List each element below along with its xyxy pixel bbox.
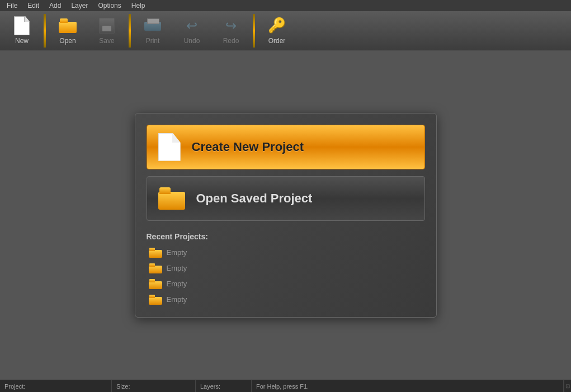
open-project-folder-icon — [158, 187, 185, 210]
open-saved-project-label: Open Saved Project — [196, 191, 313, 206]
toolbar-group-undo: ↩ Undo — [172, 11, 211, 50]
menu-help[interactable]: Help — [127, 1, 150, 11]
recent-folder-icon-3 — [149, 279, 162, 289]
recent-item-text-2: Empty — [167, 264, 187, 272]
toolbar-separator-2 — [129, 14, 131, 48]
order-label: Order — [268, 37, 286, 45]
undo-icon: ↩ — [183, 17, 201, 35]
resize-grip-icon: ⊡ — [565, 383, 570, 389]
recent-projects-list: Empty Empty Empty Empty — [147, 247, 425, 306]
print-button[interactable]: Print — [133, 11, 172, 50]
open-folder-icon — [59, 17, 77, 35]
save-icon — [98, 17, 116, 35]
save-button[interactable]: Save — [87, 11, 126, 50]
toolbar-separator-3 — [253, 14, 255, 48]
new-label: New — [15, 37, 29, 45]
open-saved-project-button[interactable]: Open Saved Project — [147, 176, 425, 221]
print-label: Print — [146, 37, 160, 45]
save-label: Save — [99, 37, 114, 45]
recent-folder-icon-1 — [149, 248, 162, 258]
redo-label: Redo — [223, 37, 239, 45]
recent-folder-icon-2 — [149, 263, 162, 273]
order-icon: 🔑 — [268, 17, 286, 35]
toolbar: New Open Save Print ↩ — [0, 11, 571, 50]
redo-icon: ↪ — [222, 17, 240, 35]
status-size-label: Size: — [116, 383, 130, 390]
new-icon — [13, 17, 31, 35]
status-help-text: For Help, press F1. — [256, 383, 309, 390]
print-icon — [144, 17, 162, 35]
status-size: Size: — [112, 380, 196, 392]
toolbar-group-open: Open — [48, 11, 87, 50]
recent-item-text-1: Empty — [167, 248, 187, 257]
recent-item-1[interactable]: Empty — [147, 247, 425, 259]
open-button[interactable]: Open — [48, 11, 87, 50]
open-label: Open — [59, 37, 75, 45]
welcome-dialog: Create New Project Open Saved Project Re… — [135, 113, 437, 318]
menu-add[interactable]: Add — [45, 1, 65, 11]
toolbar-group-save: Save — [87, 11, 126, 50]
menu-options[interactable]: Options — [93, 1, 125, 11]
recent-item-text-4: Empty — [167, 295, 187, 304]
menu-bar: File Edit Add Layer Options Help — [0, 0, 571, 11]
toolbar-group-redo: ↪ Redo — [211, 11, 251, 50]
status-project-label: Project: — [4, 383, 25, 390]
menu-layer[interactable]: Layer — [67, 1, 92, 11]
redo-button[interactable]: ↪ Redo — [211, 11, 251, 50]
new-project-doc-icon — [158, 133, 181, 161]
new-button[interactable]: New — [2, 11, 41, 50]
status-layers: Layers: — [196, 380, 252, 392]
main-content: Create New Project Open Saved Project Re… — [0, 50, 571, 380]
toolbar-separator-1 — [44, 14, 46, 48]
recent-item-text-3: Empty — [167, 280, 187, 288]
toolbar-group-new: New — [2, 11, 41, 50]
status-project: Project: — [0, 380, 112, 392]
create-new-project-label: Create New Project — [192, 140, 304, 154]
create-new-project-button[interactable]: Create New Project — [147, 125, 425, 169]
status-help: For Help, press F1. — [252, 380, 564, 392]
status-bar: Project: Size: Layers: For Help, press F… — [0, 380, 571, 392]
menu-edit[interactable]: Edit — [23, 1, 44, 11]
status-layers-label: Layers: — [200, 383, 220, 390]
undo-button[interactable]: ↩ Undo — [172, 11, 211, 50]
status-corner: ⊡ — [564, 380, 571, 392]
order-button[interactable]: 🔑 Order — [257, 11, 296, 50]
menu-file[interactable]: File — [2, 1, 22, 11]
undo-label: Undo — [184, 37, 200, 45]
recent-projects-label: Recent Projects: — [147, 232, 425, 241]
recent-item-2[interactable]: Empty — [147, 262, 425, 275]
recent-folder-icon-4 — [149, 295, 162, 305]
toolbar-group-print: Print — [133, 11, 172, 50]
toolbar-group-order: 🔑 Order — [257, 11, 296, 50]
recent-item-3[interactable]: Empty — [147, 278, 425, 290]
recent-item-4[interactable]: Empty — [147, 294, 425, 306]
